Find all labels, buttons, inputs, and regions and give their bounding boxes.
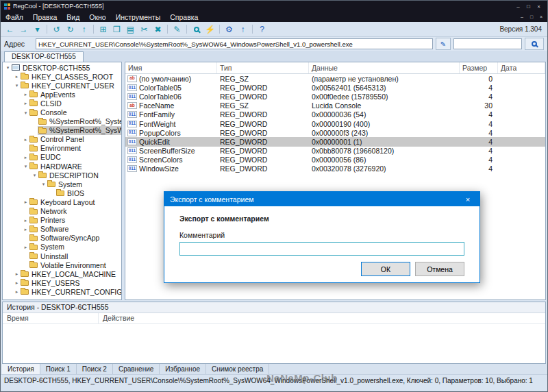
copy-button[interactable]: ❐ xyxy=(110,23,123,36)
tree-item[interactable]: ▸Software xyxy=(3,225,121,234)
expander-icon[interactable]: ▸ xyxy=(23,243,29,252)
settings-button[interactable]: ⚙ xyxy=(223,23,236,36)
tree-item[interactable]: ▾HKEY_CURRENT_USER xyxy=(3,81,121,90)
expander-icon[interactable]: ▸ xyxy=(14,72,20,81)
table-row[interactable]: 011FontWeightREG_DWORD0x00000190 (400)4 xyxy=(125,119,545,128)
address-search-button[interactable] xyxy=(525,38,544,50)
cancel-button[interactable]: Отмена xyxy=(415,262,464,276)
tree-item[interactable]: ▸Keyboard Layout xyxy=(3,197,121,206)
menu-item[interactable]: Инструменты xyxy=(111,13,165,21)
table-row[interactable]: 011ColorTable05REG_DWORD0x00562401 (5645… xyxy=(125,83,545,92)
tree-item[interactable]: ▸CLSID xyxy=(3,99,121,108)
expander-icon[interactable]: ▸ xyxy=(23,153,29,162)
ok-button[interactable]: ОК xyxy=(361,262,410,276)
tree-item[interactable]: ▸HKEY_USERS xyxy=(3,278,121,287)
column-header[interactable]: Имя xyxy=(125,62,217,73)
tab-desktop-6cth555[interactable]: DESKTOP-6CTH555 xyxy=(4,51,84,62)
minimize-button[interactable]: – xyxy=(513,3,523,10)
table-row[interactable]: 011ScreenBufferSizeREG_DWORD0x0bb80078 (… xyxy=(125,147,545,156)
quick-filter-input[interactable] xyxy=(453,38,522,49)
column-header[interactable]: Тип xyxy=(217,62,309,73)
tree-item[interactable]: ▸Control Panel xyxy=(3,135,121,144)
up-button[interactable]: ↑ xyxy=(77,23,90,36)
cut-button[interactable]: ✂ xyxy=(138,23,151,36)
bottom-tab[interactable]: Поиск 2 xyxy=(77,364,113,374)
maximize-button[interactable]: □ xyxy=(527,14,536,19)
dialog-close-button[interactable]: × xyxy=(456,192,480,206)
help-button[interactable]: ? xyxy=(256,23,269,36)
column-header[interactable]: Время xyxy=(3,313,99,323)
tree-item[interactable]: ▸HKEY_CURRENT_CONFIG xyxy=(3,287,121,296)
expander-icon[interactable]: ▸ xyxy=(14,287,20,296)
tree-item[interactable]: ▾HARDWARE xyxy=(3,162,121,171)
tree-item[interactable]: Environment xyxy=(3,144,121,153)
table-row[interactable]: 011FontFamilyREG_DWORD0x00000036 (54)4 xyxy=(125,110,545,119)
rename-button[interactable]: ✎ xyxy=(171,23,184,36)
bottom-tab[interactable]: Снимок реестра xyxy=(206,364,269,374)
expander-icon[interactable]: ▾ xyxy=(32,171,38,180)
expander-icon[interactable]: ▸ xyxy=(23,216,29,225)
expander-icon[interactable]: ▸ xyxy=(14,278,20,287)
expander-icon[interactable]: ▸ xyxy=(14,269,20,278)
column-header[interactable]: Размер xyxy=(460,62,498,73)
tree-item[interactable]: BIOS xyxy=(3,188,121,197)
address-input[interactable] xyxy=(36,38,433,49)
column-header[interactable]: Данные xyxy=(309,62,460,73)
refresh-button[interactable]: ↻ xyxy=(64,23,77,36)
tree-item[interactable]: ▸Printers xyxy=(3,216,121,225)
refresh-computer-button[interactable]: ↺ xyxy=(50,23,63,36)
tree-item[interactable]: ▾Console xyxy=(3,108,121,117)
new-key-button[interactable]: ⊞ xyxy=(97,23,110,36)
tree-item[interactable]: Uninstall xyxy=(3,252,121,260)
expander-icon[interactable]: ▾ xyxy=(14,81,20,90)
edit-address-button[interactable]: ✎ xyxy=(436,38,451,50)
expander-icon[interactable]: ▸ xyxy=(23,197,29,206)
close-button[interactable]: × xyxy=(534,3,544,10)
forward-button[interactable]: → xyxy=(17,23,30,36)
bottom-tab[interactable]: Избранное xyxy=(160,364,206,374)
paste-button[interactable]: ▤ xyxy=(124,23,137,36)
menu-item[interactable]: Файл xyxy=(1,13,28,21)
tree-item[interactable]: ▸EUDC xyxy=(3,153,121,162)
menu-item[interactable]: Окно xyxy=(84,13,110,21)
close-button[interactable]: × xyxy=(536,14,546,19)
tree-item[interactable]: Volatile Environment xyxy=(3,260,121,269)
tree-item[interactable]: ▸HKEY_LOCAL_MACHINE xyxy=(3,269,121,278)
back-button[interactable]: ← xyxy=(3,23,16,36)
expander-icon[interactable]: ▸ xyxy=(23,99,29,108)
expander-icon[interactable]: ▾ xyxy=(5,63,11,72)
find-button[interactable] xyxy=(190,23,203,36)
comment-input[interactable] xyxy=(179,242,464,256)
menu-item[interactable]: Правка xyxy=(28,13,62,21)
column-header[interactable]: Действие xyxy=(99,313,545,323)
table-row[interactable]: abFaceNameREG_SZLucida Console30 xyxy=(125,101,545,110)
tree-item[interactable]: ▸System xyxy=(3,243,121,252)
tree-item[interactable]: ▾DESKTOP-6CTH555 xyxy=(3,63,121,72)
table-row[interactable]: 011QuickEditREG_DWORD0x00000001 (1)4 xyxy=(125,137,545,146)
expander-icon[interactable]: ▾ xyxy=(23,162,29,171)
bottom-tab[interactable]: Поиск 1 xyxy=(40,364,77,374)
bottom-tab[interactable]: История xyxy=(2,364,40,374)
menu-item[interactable]: Справка xyxy=(165,13,203,21)
tree-item[interactable]: ▾DESCRIPTION xyxy=(3,171,121,180)
table-row[interactable]: 011ScreenColorsREG_DWORD0x00000056 (86)4 xyxy=(125,156,545,164)
tree-item[interactable]: %SystemRoot%_SysWOW64 xyxy=(3,126,121,135)
maximize-button[interactable]: □ xyxy=(523,3,534,10)
menu-item[interactable]: Вид xyxy=(62,13,84,21)
tree-item[interactable]: %SystemRoot%_System32_W xyxy=(3,117,121,126)
history-dropdown-button[interactable]: ▾ xyxy=(31,23,44,36)
expander-icon[interactable]: ▾ xyxy=(23,108,29,117)
tree-item[interactable]: ▸AppEvents xyxy=(3,90,121,99)
tree-item[interactable]: ▾System xyxy=(3,180,121,188)
tree-item[interactable]: Software/SyncApp xyxy=(3,234,121,243)
tree-item[interactable]: ▸HKEY_CLASSES_ROOT xyxy=(3,72,121,81)
flash-button[interactable]: ⚡ xyxy=(203,23,216,36)
minimize-button[interactable]: – xyxy=(517,14,527,19)
update-button[interactable]: ↑ xyxy=(236,23,249,36)
expander-icon[interactable]: ▸ xyxy=(23,135,29,144)
table-row[interactable]: 011WindowSizeREG_DWORD0x00320078 (327692… xyxy=(125,164,545,173)
table-row[interactable]: 011PopupColorsREG_DWORD0x000000f3 (243)4 xyxy=(125,128,545,137)
expander-icon[interactable]: ▸ xyxy=(23,225,29,234)
tree-item[interactable]: Network xyxy=(3,207,121,216)
expander-icon[interactable]: ▸ xyxy=(23,90,29,99)
